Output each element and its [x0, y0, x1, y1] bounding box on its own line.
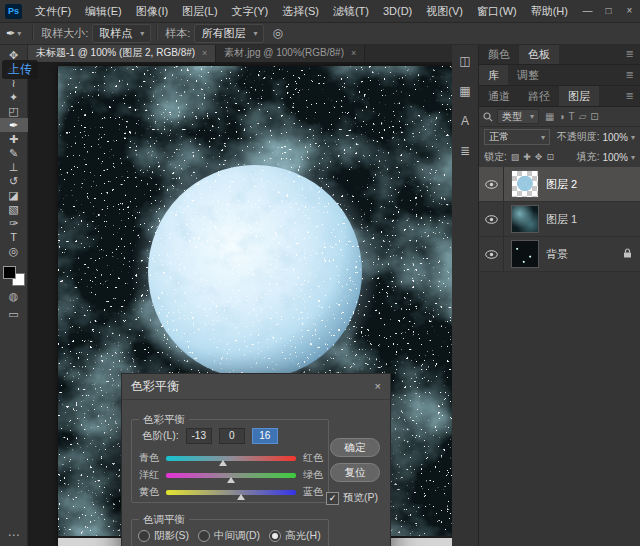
healing-brush-tool[interactable]: ✚	[0, 132, 28, 146]
screen-mode-icon[interactable]: ▭	[0, 307, 28, 322]
maximize-button[interactable]: □	[598, 0, 619, 22]
layer-thumbnail[interactable]	[511, 205, 539, 233]
tab-color[interactable]: 颜色	[479, 44, 519, 64]
visibility-toggle[interactable]	[479, 167, 504, 201]
menu-edit[interactable]: 编辑(E)	[78, 0, 129, 22]
zoom-tool[interactable]: ◎	[0, 244, 28, 258]
shadows-radio[interactable]: 阴影(S)	[138, 529, 189, 543]
lock-all-icon[interactable]: ⊡	[546, 152, 554, 162]
menu-view[interactable]: 视图(V)	[419, 0, 470, 22]
panel-menu-icon[interactable]: ≣	[626, 86, 640, 106]
document-tab-untitled[interactable]: 未标题-1 @ 100% (图层 2, RGB/8#) ×	[28, 44, 216, 62]
patterns-panel-icon[interactable]: ▦	[459, 84, 470, 98]
level-input-1[interactable]: -13	[186, 428, 212, 444]
level-input-3[interactable]: 16	[252, 428, 278, 444]
character-panel-icon[interactable]: A	[461, 114, 469, 128]
gradient-tool[interactable]: ▧	[0, 202, 28, 216]
cyan-red-slider[interactable]	[166, 456, 296, 461]
close-icon[interactable]: ×	[351, 48, 356, 58]
close-button[interactable]: ×	[619, 0, 640, 22]
sample-dropdown[interactable]: 所有图层 ▾	[194, 24, 264, 43]
yellow-blue-slider-row: 黄色 蓝色	[139, 485, 323, 499]
color-swatches[interactable]	[3, 266, 25, 286]
midtones-radio[interactable]: 中间调(D)	[198, 529, 260, 543]
ok-button[interactable]: 确定	[330, 438, 380, 457]
preview-checkbox[interactable]: ✓ 预览(P)	[326, 491, 378, 505]
smart-object-filter-icon[interactable]: ⊡	[590, 111, 598, 122]
close-icon[interactable]: ×	[375, 374, 381, 399]
paragraph-panel-icon[interactable]: ≣	[460, 144, 470, 158]
menu-window[interactable]: 窗口(W)	[470, 0, 524, 22]
layer-row-background[interactable]: 背景	[479, 237, 640, 272]
menu-3d[interactable]: 3D(D)	[376, 0, 419, 22]
layer-name: 背景	[546, 247, 568, 262]
tab-libraries[interactable]: 库	[479, 65, 508, 85]
edit-toolbar-icon[interactable]: ⋯	[8, 528, 20, 542]
layer-thumbnail[interactable]	[511, 170, 539, 198]
blend-mode-dropdown[interactable]: 正常 ▾	[484, 129, 550, 145]
fill-control[interactable]: 填充: 100% ▾	[577, 150, 635, 164]
visibility-toggle[interactable]	[479, 202, 504, 236]
tab-layers[interactable]: 图层	[559, 86, 599, 106]
tab-channels[interactable]: 通道	[479, 86, 519, 106]
layer-row-layer2[interactable]: 图层 2	[479, 167, 640, 202]
menu-image[interactable]: 图像(I)	[129, 0, 175, 22]
layer-thumbnail[interactable]	[511, 240, 539, 268]
eye-icon	[485, 250, 498, 259]
foreground-color-swatch[interactable]	[3, 266, 16, 279]
lock-transparent-icon[interactable]: ▨	[511, 152, 520, 162]
level-input-2[interactable]: 0	[219, 428, 245, 444]
pen-tool[interactable]: ✑	[0, 216, 28, 230]
slider-thumb[interactable]	[237, 494, 245, 500]
tab-paths[interactable]: 路径	[519, 86, 559, 106]
menu-filter[interactable]: 滤镜(T)	[326, 0, 376, 22]
close-icon[interactable]: ×	[202, 48, 207, 58]
magenta-green-slider[interactable]	[166, 473, 296, 478]
minimize-button[interactable]: —	[577, 0, 598, 22]
sample-size-dropdown[interactable]: 取样点 ▾	[92, 24, 151, 43]
filter-type-dropdown[interactable]: 类型 ▾	[497, 109, 539, 124]
eyedropper-tool[interactable]: ✒	[0, 118, 28, 132]
reset-button[interactable]: 复位	[330, 463, 380, 482]
panel-menu-icon[interactable]: ≣	[626, 65, 640, 85]
lock-position-icon[interactable]: ✥	[535, 152, 543, 162]
eye-icon	[485, 180, 498, 189]
sample-ring-toggle-icon[interactable]: ◎	[272, 26, 282, 40]
menu-help[interactable]: 帮助(H)	[524, 0, 575, 22]
type-filter-icon[interactable]: T	[569, 111, 575, 122]
properties-panel-icon[interactable]: ◫	[459, 54, 470, 68]
clone-stamp-tool[interactable]: ⊥	[0, 160, 28, 174]
slider-thumb[interactable]	[219, 460, 227, 466]
magenta-green-slider-row: 洋红 绿色	[139, 468, 323, 482]
layer-row-layer1[interactable]: 图层 1	[479, 202, 640, 237]
document-tab-material[interactable]: 素材.jpg @ 100%(RGB/8#) ×	[216, 44, 365, 62]
eraser-tool[interactable]: ◪	[0, 188, 28, 202]
crop-tool[interactable]: ◰	[0, 104, 28, 118]
visibility-toggle[interactable]	[479, 237, 504, 271]
highlights-radio[interactable]: 高光(H)	[269, 529, 321, 543]
type-tool[interactable]: T	[0, 230, 28, 244]
eye-icon	[485, 215, 498, 224]
menu-file[interactable]: 文件(F)	[28, 0, 78, 22]
slider-thumb[interactable]	[227, 477, 235, 483]
menu-type[interactable]: 文字(Y)	[225, 0, 276, 22]
yellow-blue-slider[interactable]	[166, 490, 296, 495]
magic-wand-tool[interactable]: ✦	[0, 90, 28, 104]
pixel-filter-icon[interactable]: ▦	[545, 111, 554, 122]
menu-layer[interactable]: 图层(L)	[175, 0, 224, 22]
tab-adjustments[interactable]: 调整	[508, 65, 548, 85]
history-brush-tool[interactable]: ↺	[0, 174, 28, 188]
quick-mask-icon[interactable]: ◍	[0, 289, 28, 304]
tab-swatches[interactable]: 色板	[519, 44, 559, 64]
layers-empty-area	[479, 272, 640, 546]
tool-preset-dropdown[interactable]: ✒ ▾	[0, 27, 27, 40]
adjustment-filter-icon[interactable]: ◑	[558, 111, 564, 122]
panel-menu-icon[interactable]: ≣	[626, 44, 640, 64]
lock-pixels-icon[interactable]: ✚	[523, 152, 531, 162]
brush-tool[interactable]: ✎	[0, 146, 28, 160]
shape-filter-icon[interactable]: ▱	[579, 111, 587, 122]
opacity-control[interactable]: 不透明度: 100% ▾	[557, 130, 635, 144]
dialog-title-bar[interactable]: 色彩平衡 ×	[122, 374, 390, 400]
menu-select[interactable]: 选择(S)	[275, 0, 326, 22]
upload-overlay[interactable]: 上传	[2, 60, 38, 79]
